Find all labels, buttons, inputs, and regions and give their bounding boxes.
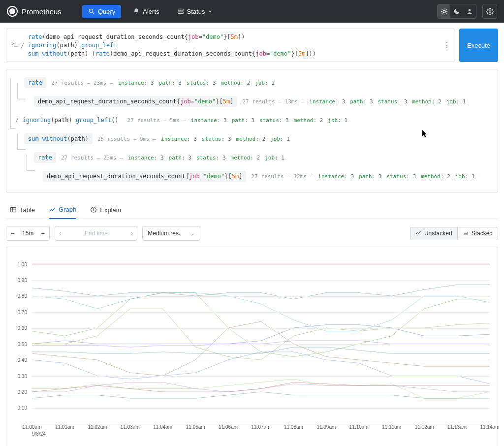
chevron-right-icon: ›	[131, 230, 133, 237]
svg-point-0	[89, 9, 93, 12]
stacked-button[interactable]: Stacked	[457, 227, 498, 240]
theme-auto-button[interactable]	[463, 4, 476, 18]
nav-alerts-button[interactable]: Alerts	[127, 5, 165, 18]
endtime-input[interactable]: ‹ End time ›	[55, 226, 137, 241]
tree-node-rate-2[interactable]: rate	[34, 152, 56, 163]
area-chart-icon	[463, 230, 469, 237]
tree-node-metric[interactable]: demo_api_request_duration_seconds_count{…	[34, 96, 237, 107]
range-stepper: − 15m +	[6, 226, 50, 241]
theme-dark-button[interactable]	[450, 4, 463, 18]
chart-lines	[32, 256, 490, 424]
graph-icon	[49, 206, 56, 213]
line-chart-icon	[415, 230, 421, 237]
range-increase-button[interactable]: +	[36, 226, 49, 240]
y-axis: 0.100.200.300.400.500.600.700.800.901.00	[9, 256, 30, 438]
resolution-select[interactable]: Medium res. ⌄	[142, 226, 200, 241]
tab-graph[interactable]: Graph	[49, 202, 76, 219]
select-caret-icon: ⌄	[191, 231, 195, 236]
query-tree: rate 27 results — 23ms — instance: 3path…	[6, 69, 498, 193]
info-icon	[90, 206, 97, 213]
svg-line-10	[446, 13, 446, 14]
execute-button[interactable]: Execute	[459, 29, 498, 62]
svg-point-14	[489, 10, 491, 12]
brand[interactable]: Prometheus	[7, 6, 62, 17]
stack-toggle: Unstacked Stacked	[410, 227, 498, 240]
svg-rect-15	[11, 208, 16, 212]
tab-explain[interactable]: Explain	[90, 202, 121, 219]
prompt-icon: >_	[11, 33, 18, 47]
tree-node-metric-2[interactable]: demo_api_request_duration_seconds_count{…	[43, 171, 246, 182]
svg-point-20	[94, 208, 94, 209]
nav-query-button[interactable]: Query	[82, 5, 121, 18]
chevron-left-icon: ‹	[59, 230, 61, 237]
bell-icon	[133, 8, 140, 15]
svg-line-9	[441, 9, 442, 9]
graph-controls: − 15m + ‹ End time › Medium res. ⌄ Unsta…	[6, 219, 498, 247]
svg-line-12	[446, 9, 446, 9]
svg-line-1	[93, 12, 94, 14]
settings-button[interactable]	[482, 4, 497, 19]
navbar: Prometheus Query Alerts Status	[0, 0, 504, 23]
nav-status-button[interactable]: Status	[171, 5, 219, 18]
svg-point-4	[443, 10, 445, 13]
search-icon	[88, 8, 95, 15]
unstacked-button[interactable]: Unstacked	[410, 227, 457, 240]
tree-stats: 27 results — 23ms —	[51, 80, 113, 86]
svg-rect-3	[178, 12, 183, 14]
result-tabs: Table Graph Explain	[6, 202, 498, 219]
chevron-down-icon	[208, 8, 213, 15]
svg-point-13	[469, 9, 471, 11]
plot-area	[32, 256, 490, 424]
brand-text: Prometheus	[22, 7, 62, 16]
query-editor[interactable]: >_ rate(demo_api_request_duration_second…	[6, 29, 455, 62]
svg-line-11	[441, 13, 442, 14]
table-icon	[10, 206, 17, 213]
query-text: rate(demo_api_request_duration_seconds_c…	[21, 33, 316, 58]
svg-rect-2	[178, 9, 183, 11]
theme-toggle	[437, 4, 476, 19]
editor-menu-icon[interactable]: ⋮	[443, 44, 451, 47]
chart-container: 0.100.200.300.400.500.600.700.800.901.00…	[6, 247, 498, 446]
query-row: >_ rate(demo_api_request_duration_second…	[6, 29, 498, 62]
x-axis: 11:00am11:01am11:02am11:03am11:04am11:05…	[32, 424, 490, 438]
tree-node-sum[interactable]: sum without(path)	[24, 133, 93, 144]
tree-labels: instance: 3path: 3status: 3method: 2job:…	[118, 80, 275, 86]
theme-light-button[interactable]	[438, 4, 450, 18]
chart[interactable]: 0.100.200.300.400.500.600.700.800.901.00…	[9, 256, 495, 438]
prometheus-logo-icon	[7, 6, 18, 17]
range-value: 15m	[19, 230, 36, 237]
tree-node-ignoring[interactable]: / ignoring(path) group_left()	[15, 115, 123, 126]
range-decrease-button[interactable]: −	[6, 226, 19, 240]
tree-node-rate[interactable]: rate	[24, 77, 46, 88]
server-icon	[177, 8, 184, 15]
tab-table[interactable]: Table	[10, 202, 35, 219]
